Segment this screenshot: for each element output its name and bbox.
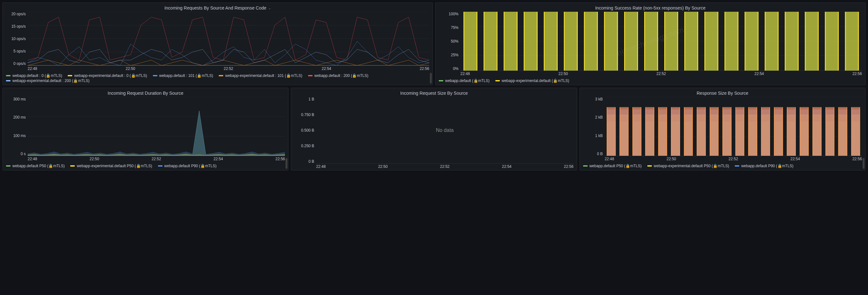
legend-swatch [70,165,75,167]
panel-title-text: Incoming Request Size By Source [400,91,468,96]
legend: webapp.default (🔒mTLS)webapp-experimenta… [436,77,865,85]
legend-item[interactable]: webapp-experimental.default : 101 (🔒mTLS… [219,73,302,78]
legend: webapp.default : 0 (🔒mTLS)webapp-experim… [3,72,432,85]
svg-rect-147 [826,107,834,156]
plot-area[interactable]: 3 kB2 kB1 kB0 B 22:4822:5022:5222:5422:5… [580,97,865,162]
legend-label: webapp.default : 200 (🔒mTLS) [314,73,369,78]
no-data-label: No data [436,128,454,133]
y-tick-label: 0.750 B [294,112,314,117]
panel-title-text: Incoming Success Rate (non-5xx responses… [595,5,706,10]
legend-label: webapp-experimental.default : 200 (🔒mTLS… [12,78,89,83]
legend-item[interactable]: webapp.default P90 (🔒mTLS) [158,164,217,168]
legend-label: webapp.default P90 (🔒mTLS) [164,164,217,168]
y-axis: 300 ms200 ms100 ms0 s [5,97,26,156]
legend-label: webapp-experimental.default : 101 (🔒mTLS… [225,73,302,78]
svg-rect-41 [765,12,778,71]
svg-rect-72 [633,107,641,156]
x-tick-label: 22:52 [440,164,450,170]
legend-swatch [153,75,157,76]
svg-rect-87 [671,107,679,156]
y-tick-label: 1 B [294,97,314,101]
svg-rect-27 [624,12,638,71]
legend-item[interactable]: webapp-experimental.default P50 (🔒mTLS) [70,164,152,168]
svg-rect-45 [805,12,818,71]
legend-swatch [6,80,10,81]
x-tick-label: 22:54 [790,157,800,162]
svg-rect-112 [736,107,744,156]
legend-item[interactable]: webapp-experimental.default P50 (🔒mTLS) [647,164,729,168]
y-tick-label: 100 ms [5,133,26,138]
y-tick-label: 0 B [294,159,314,164]
y-tick-label: 3 kB [583,97,603,101]
legend-label: webapp-experimental.default P50 (🔒mTLS) [654,164,729,168]
x-tick-label: 22:48 [28,157,37,162]
y-tick-label: 0 ops/s [5,61,26,66]
x-tick-label: 22:48 [28,66,37,72]
scrollbar[interactable] [430,73,432,84]
row-1: Incoming Requests By Source And Response… [3,3,865,85]
y-tick-label: 0.250 B [294,144,314,148]
legend-item[interactable]: webapp-experimental.default : 0 (🔒mTLS) [68,73,147,78]
panel-requests-by-source: Incoming Requests By Source And Response… [3,3,433,85]
legend-swatch [68,75,72,76]
legend-item[interactable]: webapp.default P50 (🔒mTLS) [583,164,642,168]
panel-title[interactable]: Incoming Request Duration By Source [3,88,288,97]
panel-title-text: Incoming Request Duration By Source [108,91,183,96]
chart-body [28,97,285,156]
plot-area[interactable]: 300 ms200 ms100 ms0 s 22:4822:5022:5222:… [3,97,288,162]
svg-rect-122 [761,107,769,156]
svg-rect-37 [725,12,738,71]
legend-item[interactable]: webapp.default : 0 (🔒mTLS) [6,73,62,78]
panel-title[interactable]: Incoming Requests By Source And Response… [3,3,432,12]
x-tick-label: 22:54 [213,157,223,162]
scrollbar[interactable] [285,158,287,169]
x-tick-label: 22:50 [666,157,676,162]
x-axis: 22:4822:5022:5222:5422:56 [28,157,285,162]
panel-title[interactable]: Response Size By Source [580,88,865,97]
y-tick-label: 50% [438,39,459,43]
legend-item[interactable]: webapp.default P50 (🔒mTLS) [6,164,65,168]
svg-rect-35 [705,12,718,71]
x-tick-label: 22:56 [852,71,862,77]
panel-request-size: Incoming Request Size By Source 1 B0.750… [291,88,577,170]
svg-rect-13 [484,12,497,71]
plot-area[interactable]: 20 ops/s15 ops/s10 ops/s5 ops/s0 ops/s 2… [3,12,432,72]
x-tick-label: 22:54 [754,71,764,77]
x-tick-label: 22:52 [152,157,161,162]
x-axis: 22:4822:5022:5222:5422:56 [605,157,862,162]
x-tick-label: 22:50 [90,157,99,162]
legend-item[interactable]: webapp.default : 101 (🔒mTLS) [153,73,213,78]
svg-rect-77 [645,107,654,156]
legend-item[interactable]: webapp.default (🔒mTLS) [439,78,490,83]
legend-item[interactable]: webapp-experimental.default : 200 (🔒mTLS… [6,78,89,83]
panel-title[interactable]: Incoming Request Size By Source [291,88,577,97]
y-tick-label: 15 ops/s [5,24,26,29]
panel-response-size: Response Size By Source 3 kB2 kB1 kB0 B … [580,88,865,170]
legend-label: webapp.default : 101 (🔒mTLS) [159,73,213,78]
legend-swatch [439,80,443,81]
legend: webapp.default P50 (🔒mTLS)webapp-experim… [3,162,288,170]
svg-rect-92 [684,107,692,156]
y-tick-label: 25% [438,53,459,57]
legend-swatch [647,165,652,167]
y-tick-label: 10 ops/s [5,37,26,41]
x-tick-label: 22:50 [558,71,568,77]
y-tick-label: 20 ops/s [5,12,26,16]
legend-item[interactable]: webapp.default P90 (🔒mTLS) [735,164,793,168]
svg-rect-33 [685,12,698,71]
x-tick-label: 22:54 [322,66,331,72]
legend-item[interactable]: webapp.default : 200 (🔒mTLS) [308,73,369,78]
svg-rect-19 [544,12,557,71]
row-2: Incoming Request Duration By Source 300 … [3,88,865,170]
legend-label: webapp-experimental.default : 0 (🔒mTLS) [74,73,147,78]
scrollbar[interactable] [863,158,865,169]
plot-area[interactable]: 1 B0.750 B0.500 B0.250 B0 B No data 22:4… [291,97,577,170]
svg-rect-157 [851,107,860,156]
plot-area[interactable]: 100%75%50%25%0% 22:4822:5022:5222:5422:5… [436,12,865,77]
legend-item[interactable]: webapp-experimental.default (🔒mTLS) [495,78,569,83]
x-tick-label: 22:52 [656,71,666,77]
x-tick-label: 22:56 [275,157,285,162]
panel-title[interactable]: Incoming Success Rate (non-5xx responses… [436,3,865,12]
x-tick-label: 22:48 [605,157,614,162]
y-tick-label: 0 B [583,152,603,156]
